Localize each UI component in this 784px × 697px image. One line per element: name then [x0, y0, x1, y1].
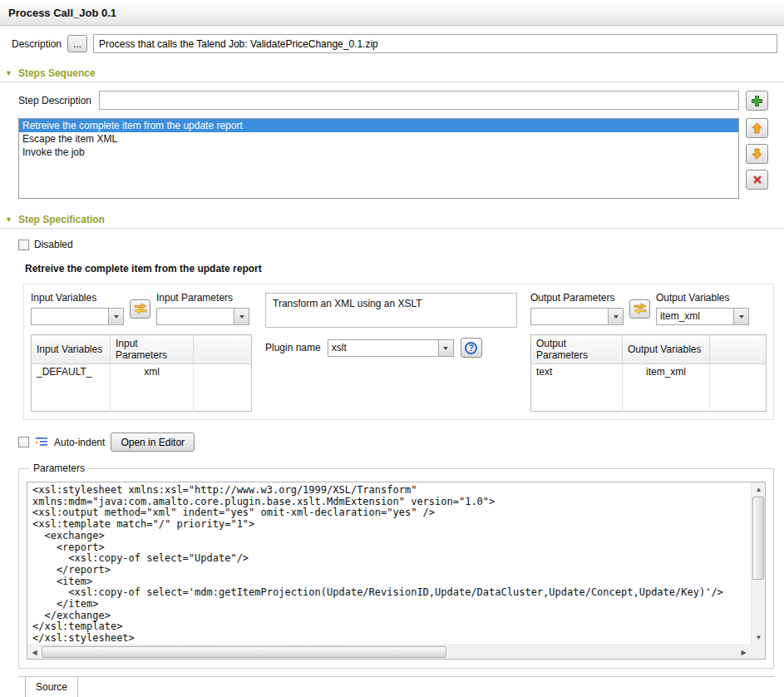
collapse-icon[interactable]: ▼	[5, 215, 12, 224]
step-specification-title: Step Specification	[18, 214, 105, 225]
help-icon: ?	[465, 342, 477, 354]
steps-sequence-section-header[interactable]: ▼ Steps Sequence	[0, 62, 784, 82]
step-description-input[interactable]	[99, 91, 739, 110]
disabled-row: Disabled	[18, 239, 776, 250]
move-step-down-button[interactable]	[746, 144, 768, 164]
input-variables-combo[interactable]	[31, 308, 124, 325]
swap-icon	[134, 303, 147, 314]
step-list-item[interactable]: Invoke the job	[19, 146, 738, 159]
cell-input-variable[interactable]: _DEFAULT_	[32, 364, 111, 380]
process-editor: Process Call_Job 0.1 Description ... ▼ S…	[0, 0, 784, 697]
collapse-icon[interactable]: ▼	[5, 69, 12, 77]
editor-tabbar: Source	[18, 676, 774, 697]
table-row[interactable]: _DEFAULT_ xml	[32, 364, 252, 380]
combo-value	[32, 309, 108, 324]
table-row[interactable]: text item_xml	[531, 364, 767, 380]
selected-step-title: Retreive the complete item from the upda…	[25, 263, 776, 274]
output-parameters-label: Output Parameters	[530, 292, 624, 304]
vertical-scrollbar-thumb[interactable]	[752, 497, 764, 580]
horizontal-scrollbar[interactable]: ◀ ▶	[27, 645, 751, 659]
xslt-editor[interactable]: <xsl:stylesheet xmlns:xsl="http://www.w3…	[27, 482, 766, 660]
disabled-checkbox[interactable]	[18, 240, 29, 250]
output-variables-combo[interactable]: item_xml	[656, 308, 749, 325]
step-description-row: Step Description	[18, 91, 739, 110]
plugin-info: Transform an XML using an XSLT Plugin na…	[265, 292, 517, 358]
chevron-down-icon[interactable]	[733, 309, 748, 324]
output-group: Output Parameters Output Variables item_…	[530, 292, 767, 412]
steps-sequence-title: Steps Sequence	[18, 67, 96, 79]
horizontal-scrollbar-thumb[interactable]	[42, 646, 446, 658]
input-swap-button[interactable]	[130, 299, 150, 319]
step-list-item[interactable]: Retreive the complete item from the upda…	[19, 119, 738, 132]
plus-icon	[752, 96, 762, 106]
help-button[interactable]: ?	[461, 338, 482, 358]
steps-list[interactable]: Retreive the complete item from the upda…	[18, 118, 739, 199]
output-table-header-parameters[interactable]: Output Parameters	[531, 335, 623, 364]
cell-input-parameter[interactable]: xml	[111, 364, 194, 380]
delete-step-button[interactable]	[746, 170, 768, 190]
combo-value	[531, 309, 608, 324]
plugin-name-label: Plugin name	[265, 342, 321, 353]
plugin-name-combo[interactable]: xslt	[328, 339, 454, 357]
input-parameters-combo[interactable]	[156, 308, 249, 325]
description-row: Description ...	[12, 34, 777, 53]
auto-indent-checkbox[interactable]	[18, 437, 29, 447]
scroll-down-icon[interactable]: ▼	[752, 630, 766, 645]
scroll-left-icon[interactable]: ◀	[27, 645, 42, 660]
parameters-legend: Parameters	[30, 462, 88, 474]
step-specification-section-header[interactable]: ▼ Step Specification	[0, 209, 784, 229]
auto-indent-row: Auto-indent Open in Editor	[18, 433, 776, 452]
output-table-header-empty[interactable]	[710, 335, 767, 364]
chevron-down-icon[interactable]	[438, 340, 453, 356]
combo-value	[157, 309, 234, 324]
input-group: Input Variables Input Parameters	[31, 292, 252, 412]
plugin-name-row: Plugin name xslt ?	[265, 338, 517, 358]
input-table-header-parameters[interactable]: Input Parameters	[111, 335, 194, 364]
cell-output-parameter[interactable]: text	[531, 364, 623, 380]
scrollbar-corner	[751, 645, 765, 659]
description-input[interactable]	[93, 34, 777, 53]
table-row[interactable]	[32, 380, 252, 396]
add-step-button[interactable]	[746, 91, 768, 111]
chevron-down-icon[interactable]	[234, 309, 249, 324]
vertical-scrollbar[interactable]: ▲ ▼	[751, 482, 765, 645]
input-table-header-variables[interactable]: Input Variables	[32, 335, 111, 364]
input-selectors: Input Variables Input Parameters	[31, 292, 252, 325]
delete-icon	[752, 175, 762, 185]
output-swap-button[interactable]	[629, 299, 650, 319]
move-step-up-button[interactable]	[746, 118, 768, 138]
input-variables-label: Input Variables	[31, 292, 124, 304]
swap-icon	[634, 303, 647, 314]
cell-output-variable[interactable]: item_xml	[623, 364, 710, 380]
output-selectors: Output Parameters Output Variables item_…	[530, 292, 767, 325]
input-table: Input Variables Input Parameters _DEFAUL…	[31, 334, 252, 412]
step-description-label: Step Description	[18, 95, 91, 106]
table-row[interactable]	[32, 396, 252, 412]
step-list-item[interactable]: Escape the item XML	[19, 132, 738, 146]
scroll-right-icon[interactable]: ▶	[737, 645, 751, 660]
open-in-editor-button[interactable]: Open in Editor	[111, 433, 195, 452]
step-order-buttons	[746, 118, 776, 190]
output-parameters-combo[interactable]	[530, 308, 624, 325]
steps-sequence-body: Step Description Retreive the complete i…	[18, 91, 776, 199]
combo-value: item_xml	[657, 309, 733, 324]
xslt-source-text[interactable]: <xsl:stylesheet xmlns:xsl="http://www.w3…	[27, 482, 750, 644]
arrow-up-icon	[752, 122, 762, 134]
auto-indent-label: Auto-indent	[54, 437, 105, 448]
plugin-panel: Input Variables Input Parameters	[23, 284, 774, 420]
scroll-up-icon[interactable]: ▲	[752, 482, 766, 497]
chevron-down-icon[interactable]	[608, 309, 623, 324]
table-row[interactable]	[531, 396, 767, 412]
table-row[interactable]	[531, 380, 767, 396]
combo-value: xslt	[328, 340, 438, 356]
output-table-header-variables[interactable]: Output Variables	[623, 335, 710, 364]
description-browse-button[interactable]: ...	[67, 35, 87, 52]
tab-source[interactable]: Source	[25, 677, 78, 697]
parameters-group: Parameters <xsl:stylesheet xmlns:xsl="ht…	[18, 462, 774, 669]
output-variables-label: Output Variables	[656, 292, 749, 304]
input-table-header-empty[interactable]	[194, 335, 252, 364]
plugin-description: Transform an XML using an XSLT	[265, 293, 517, 328]
output-table: Output Parameters Output Variables text …	[530, 334, 767, 412]
input-parameters-label: Input Parameters	[156, 292, 249, 304]
chevron-down-icon[interactable]	[108, 309, 123, 324]
